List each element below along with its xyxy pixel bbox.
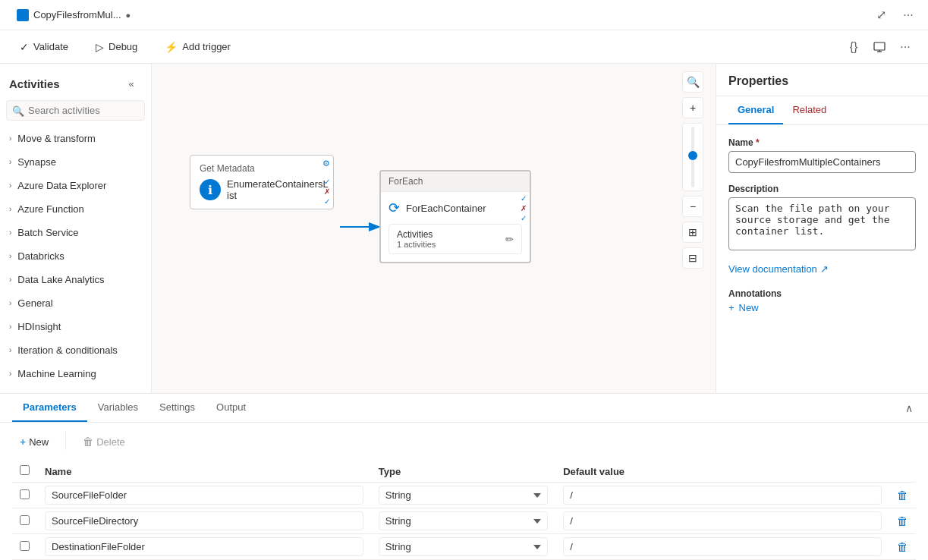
- collapse-icon[interactable]: «: [121, 73, 142, 94]
- get-metadata-node[interactable]: Get Metadata ℹ EnumerateContainersL ist …: [190, 155, 334, 209]
- description-field-group: Description: [728, 184, 916, 253]
- sidebar-item-data-lake-analytics[interactable]: ›Data Lake Analytics: [0, 268, 151, 291]
- delete-row-btn-2[interactable]: 🗑: [897, 540, 908, 553]
- zoom-track[interactable]: [691, 127, 694, 187]
- check-success2-icon: ✓: [324, 197, 330, 206]
- table-row: String Int Float Bool Array Object Secur…: [152, 534, 916, 560]
- more-menu-icon[interactable]: ···: [895, 36, 916, 58]
- sidebar-item-label: General: [17, 297, 52, 309]
- description-field-textarea[interactable]: [728, 197, 916, 250]
- add-trigger-button[interactable]: ⚡ Add trigger: [157, 36, 238, 58]
- sidebar-item-databricks[interactable]: ›Databricks: [0, 244, 151, 268]
- chevron-icon: ›: [9, 181, 11, 190]
- sidebar-items-list: ›Move & transform›Synapse›Azure Data Exp…: [0, 127, 151, 409]
- sidebar-item-move-transform[interactable]: ›Move & transform: [0, 127, 151, 150]
- bottom-actions-bar: + New 🗑 Delete: [152, 432, 916, 451]
- sidebar-item-label: Machine Learning: [17, 368, 96, 379]
- external-link-icon: ↗: [820, 263, 829, 275]
- tab-related[interactable]: Related: [783, 96, 835, 124]
- foreach-check2: ✗: [521, 204, 527, 212]
- table-row: String Int Float Bool Array Object Secur…: [152, 483, 916, 508]
- param-name-input-1[interactable]: [152, 511, 363, 530]
- zoom-thumb: [688, 151, 697, 160]
- sidebar-item-label: HDInsight: [17, 321, 61, 332]
- param-type-select-2[interactable]: String Int Float Bool Array Object Secur…: [379, 537, 548, 556]
- settings-node-icon[interactable]: ⚙: [322, 159, 330, 168]
- node-name-label: EnumerateContainersL ist: [227, 178, 328, 201]
- sidebar-item-synapse[interactable]: ›Synapse: [0, 150, 151, 174]
- tab-general[interactable]: General: [728, 96, 783, 124]
- sidebar-item-azure-data-explorer[interactable]: ›Azure Data Explorer: [0, 174, 151, 197]
- tab-settings[interactable]: Settings: [152, 394, 206, 422]
- top-bar: CopyFilesfromMul... ● ⤢ ···: [0, 0, 928, 30]
- sidebar-item-label: Move & transform: [17, 133, 96, 144]
- col-default-header: Default value: [555, 461, 889, 483]
- param-default-input-0[interactable]: [563, 486, 882, 505]
- chevron-icon: ›: [9, 158, 11, 166]
- sidebar-item-label: Synapse: [17, 156, 56, 168]
- param-default-input-2[interactable]: [563, 537, 882, 556]
- validate-button[interactable]: ✓ Validate: [12, 36, 76, 58]
- activities-count: 1 activities: [397, 240, 436, 249]
- table-row: String Int Float Bool Array Object Secur…: [152, 508, 916, 534]
- sidebar-header: Activities «: [0, 64, 151, 100]
- toolbar: ✓ Validate ▷ Debug ⚡ Add trigger {} ···: [0, 30, 928, 64]
- sidebar-item-label: Data Lake Analytics: [17, 274, 104, 285]
- layout-btn[interactable]: ⊟: [682, 247, 703, 269]
- bottom-content: + New 🗑 Delete Name Type: [152, 423, 928, 560]
- edit-activities-icon[interactable]: ✏: [505, 234, 514, 245]
- top-bar-actions: ⤢ ···: [870, 5, 919, 26]
- view-docs-link[interactable]: View documentation ↗: [728, 263, 916, 275]
- sidebar-item-azure-function[interactable]: ›Azure Function: [0, 197, 151, 221]
- sidebar-item-iteration-conditionals[interactable]: ›Iteration & conditionals: [0, 338, 151, 362]
- add-annotation-btn[interactable]: + New: [728, 302, 916, 313]
- zoom-slider[interactable]: [682, 123, 703, 191]
- foreach-icon: ⟳: [389, 200, 400, 216]
- foreach-check1: ✓: [521, 194, 527, 203]
- sidebar-item-batch-service[interactable]: ›Batch Service: [0, 221, 151, 244]
- sidebar-item-hdinsight[interactable]: ›HDInsight: [0, 315, 151, 338]
- expand-icon[interactable]: ⤢: [870, 5, 892, 26]
- tab-output[interactable]: Output: [206, 394, 256, 422]
- sidebar-collapse-actions: «: [121, 73, 142, 94]
- svg-rect-0: [874, 42, 885, 50]
- sidebar-item-label: Iteration & conditionals: [17, 344, 118, 356]
- properties-body: Name * Description View documentation ↗: [716, 125, 928, 326]
- search-input[interactable]: [6, 100, 145, 121]
- param-type-select-0[interactable]: String Int Float Bool Array Object Secur…: [379, 486, 548, 505]
- foreach-node[interactable]: ForEach ⟳ ForEachContainer ✓ ✗ ✓ Activit…: [379, 170, 531, 263]
- param-type-select-1[interactable]: String Int Float Bool Array Object Secur…: [379, 511, 548, 530]
- chevron-icon: ›: [9, 322, 11, 331]
- zoom-out-btn[interactable]: −: [682, 196, 703, 217]
- foreach-activities-box[interactable]: Activities 1 activities ✏: [389, 224, 522, 254]
- fit-view-btn[interactable]: ⊞: [682, 222, 703, 243]
- search-canvas-btn[interactable]: 🔍: [682, 71, 703, 93]
- sidebar-item-label: Batch Service: [17, 227, 78, 238]
- param-name-input-0[interactable]: [152, 486, 363, 505]
- sidebar-title: Activities: [9, 77, 60, 90]
- node-type-label: Get Metadata: [200, 163, 324, 174]
- name-field-input[interactable]: [728, 151, 916, 173]
- annotations-section: Annotations + New: [728, 288, 916, 313]
- parameters-table: Name Type Default value String Int Float…: [152, 461, 916, 560]
- sidebar-item-general[interactable]: ›General: [0, 291, 151, 315]
- zoom-in-btn[interactable]: +: [682, 97, 703, 118]
- main-layout: Activities « 🔍 ›Move & transform›Synapse…: [0, 64, 928, 560]
- toolbar-right: {} ···: [843, 36, 916, 58]
- param-default-input-1[interactable]: [563, 511, 882, 530]
- code-view-icon[interactable]: {}: [843, 36, 864, 58]
- debug-button[interactable]: ▷ Debug: [88, 36, 145, 58]
- delete-row-btn-0[interactable]: 🗑: [897, 489, 908, 502]
- param-name-input-2[interactable]: [152, 537, 363, 556]
- more-options-icon[interactable]: ···: [898, 5, 919, 26]
- search-icon: 🔍: [12, 105, 24, 116]
- search-container: 🔍: [6, 100, 145, 121]
- close-bottom-panel-btn[interactable]: ∧: [902, 399, 916, 417]
- delete-row-btn-1[interactable]: 🗑: [897, 514, 908, 527]
- sidebar-item-machine-learning[interactable]: ›Machine Learning: [0, 362, 151, 385]
- monitor-icon[interactable]: [869, 36, 890, 58]
- tab-close-btn[interactable]: ●: [126, 11, 131, 20]
- col-actions-header: [889, 461, 916, 483]
- pipeline-tab[interactable]: CopyFilesfromMul... ●: [9, 6, 138, 24]
- chevron-icon: ›: [9, 205, 11, 213]
